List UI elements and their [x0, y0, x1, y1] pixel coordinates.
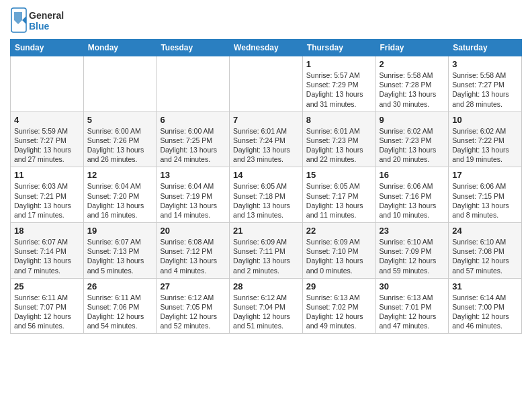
day-number: 9	[380, 115, 445, 125]
day-info: Sunrise: 6:09 AM Sunset: 7:11 PM Dayligh…	[233, 237, 299, 275]
day-cell: 3Sunrise: 5:58 AM Sunset: 7:27 PM Daylig…	[449, 56, 522, 112]
day-number: 26	[87, 281, 153, 291]
logo: General Blue	[10, 7, 74, 34]
day-number: 13	[160, 170, 226, 180]
days-row: SundayMondayTuesdayWednesdayThursdayFrid…	[11, 40, 522, 56]
day-cell: 29Sunrise: 6:13 AM Sunset: 7:02 PM Dayli…	[302, 278, 375, 334]
day-header-tuesday: Tuesday	[157, 40, 230, 56]
day-info: Sunrise: 5:59 AM Sunset: 7:27 PM Dayligh…	[14, 126, 80, 165]
svg-marker-3	[14, 12, 22, 24]
day-cell: 8Sunrise: 6:01 AM Sunset: 7:23 PM Daylig…	[302, 111, 375, 167]
logo-svg: General Blue	[10, 7, 74, 34]
day-header-friday: Friday	[375, 40, 449, 56]
calendar-body: 1Sunrise: 5:57 AM Sunset: 7:29 PM Daylig…	[11, 56, 522, 334]
day-info: Sunrise: 6:13 AM Sunset: 7:02 PM Dayligh…	[306, 293, 372, 331]
day-cell: 31Sunrise: 6:14 AM Sunset: 7:00 PM Dayli…	[449, 278, 522, 334]
svg-marker-4	[22, 16, 26, 24]
day-number: 23	[380, 226, 445, 236]
day-header-sunday: Sunday	[11, 40, 84, 56]
day-cell: 27Sunrise: 6:12 AM Sunset: 7:05 PM Dayli…	[157, 278, 230, 334]
day-number: 1	[306, 59, 372, 69]
day-cell: 11Sunrise: 6:03 AM Sunset: 7:21 PM Dayli…	[11, 167, 84, 223]
day-number: 8	[306, 115, 372, 125]
day-number: 17	[452, 170, 518, 180]
day-info: Sunrise: 6:01 AM Sunset: 7:24 PM Dayligh…	[233, 126, 299, 165]
day-cell: 5Sunrise: 6:00 AM Sunset: 7:26 PM Daylig…	[83, 111, 157, 167]
day-number: 7	[233, 115, 299, 125]
day-cell: 9Sunrise: 6:02 AM Sunset: 7:23 PM Daylig…	[375, 111, 449, 167]
day-info: Sunrise: 6:07 AM Sunset: 7:13 PM Dayligh…	[87, 237, 153, 275]
day-cell: 17Sunrise: 6:06 AM Sunset: 7:15 PM Dayli…	[449, 167, 522, 223]
day-header-monday: Monday	[83, 40, 157, 56]
page-header: General Blue	[10, 7, 522, 34]
day-info: Sunrise: 6:11 AM Sunset: 7:06 PM Dayligh…	[87, 293, 153, 331]
day-number: 5	[87, 115, 153, 125]
day-header-saturday: Saturday	[449, 40, 522, 56]
day-cell: 22Sunrise: 6:09 AM Sunset: 7:10 PM Dayli…	[302, 223, 375, 279]
day-cell: 19Sunrise: 6:07 AM Sunset: 7:13 PM Dayli…	[83, 223, 157, 279]
day-info: Sunrise: 5:58 AM Sunset: 7:28 PM Dayligh…	[380, 71, 445, 109]
day-cell: 13Sunrise: 6:04 AM Sunset: 7:19 PM Dayli…	[157, 167, 230, 223]
day-header-thursday: Thursday	[302, 40, 375, 56]
day-cell: 10Sunrise: 6:02 AM Sunset: 7:22 PM Dayli…	[449, 111, 522, 167]
day-number: 11	[14, 170, 80, 180]
week-row-3: 11Sunrise: 6:03 AM Sunset: 7:21 PM Dayli…	[11, 167, 522, 223]
day-info: Sunrise: 6:06 AM Sunset: 7:15 PM Dayligh…	[452, 181, 518, 220]
day-cell: 1Sunrise: 5:57 AM Sunset: 7:29 PM Daylig…	[302, 56, 375, 112]
svg-text:General: General	[29, 10, 64, 21]
day-cell: 15Sunrise: 6:05 AM Sunset: 7:17 PM Dayli…	[302, 167, 375, 223]
day-number: 24	[452, 226, 518, 236]
day-cell: 7Sunrise: 6:01 AM Sunset: 7:24 PM Daylig…	[230, 111, 303, 167]
svg-text:Blue: Blue	[29, 21, 50, 32]
day-number: 15	[306, 170, 372, 180]
day-info: Sunrise: 6:02 AM Sunset: 7:23 PM Dayligh…	[380, 126, 445, 165]
day-cell: 24Sunrise: 6:10 AM Sunset: 7:08 PM Dayli…	[449, 223, 522, 279]
day-info: Sunrise: 6:12 AM Sunset: 7:04 PM Dayligh…	[233, 293, 299, 331]
day-cell: 25Sunrise: 6:11 AM Sunset: 7:07 PM Dayli…	[11, 278, 84, 334]
day-number: 22	[306, 226, 372, 236]
day-number: 29	[306, 281, 372, 291]
day-cell: 23Sunrise: 6:10 AM Sunset: 7:09 PM Dayli…	[375, 223, 449, 279]
day-info: Sunrise: 6:05 AM Sunset: 7:17 PM Dayligh…	[306, 181, 372, 220]
day-info: Sunrise: 6:00 AM Sunset: 7:25 PM Dayligh…	[160, 126, 226, 165]
day-info: Sunrise: 6:00 AM Sunset: 7:26 PM Dayligh…	[87, 126, 153, 165]
calendar-table: SundayMondayTuesdayWednesdayThursdayFrid…	[10, 39, 522, 334]
day-info: Sunrise: 6:02 AM Sunset: 7:22 PM Dayligh…	[452, 126, 518, 165]
day-cell	[230, 56, 303, 112]
day-info: Sunrise: 6:03 AM Sunset: 7:21 PM Dayligh…	[14, 181, 80, 220]
day-cell: 20Sunrise: 6:08 AM Sunset: 7:12 PM Dayli…	[157, 223, 230, 279]
week-row-4: 18Sunrise: 6:07 AM Sunset: 7:14 PM Dayli…	[11, 223, 522, 279]
day-number: 2	[380, 59, 445, 69]
day-cell	[11, 56, 84, 112]
day-number: 27	[160, 281, 226, 291]
day-number: 31	[452, 281, 518, 291]
day-header-wednesday: Wednesday	[230, 40, 303, 56]
day-info: Sunrise: 6:04 AM Sunset: 7:20 PM Dayligh…	[87, 181, 153, 220]
day-number: 3	[452, 59, 518, 69]
day-cell: 6Sunrise: 6:00 AM Sunset: 7:25 PM Daylig…	[157, 111, 230, 167]
day-number: 19	[87, 226, 153, 236]
day-cell: 12Sunrise: 6:04 AM Sunset: 7:20 PM Dayli…	[83, 167, 157, 223]
day-number: 14	[233, 170, 299, 180]
day-number: 30	[380, 281, 445, 291]
day-info: Sunrise: 6:12 AM Sunset: 7:05 PM Dayligh…	[160, 293, 226, 331]
week-row-2: 4Sunrise: 5:59 AM Sunset: 7:27 PM Daylig…	[11, 111, 522, 167]
day-cell: 21Sunrise: 6:09 AM Sunset: 7:11 PM Dayli…	[230, 223, 303, 279]
day-cell: 16Sunrise: 6:06 AM Sunset: 7:16 PM Dayli…	[375, 167, 449, 223]
day-number: 6	[160, 115, 226, 125]
day-cell	[83, 56, 157, 112]
day-info: Sunrise: 6:10 AM Sunset: 7:09 PM Dayligh…	[380, 237, 445, 275]
day-number: 28	[233, 281, 299, 291]
day-number: 18	[14, 226, 80, 236]
day-number: 20	[160, 226, 226, 236]
day-cell: 18Sunrise: 6:07 AM Sunset: 7:14 PM Dayli…	[11, 223, 84, 279]
day-number: 16	[380, 170, 445, 180]
day-info: Sunrise: 6:06 AM Sunset: 7:16 PM Dayligh…	[380, 181, 445, 220]
day-info: Sunrise: 6:07 AM Sunset: 7:14 PM Dayligh…	[14, 237, 80, 275]
day-cell: 28Sunrise: 6:12 AM Sunset: 7:04 PM Dayli…	[230, 278, 303, 334]
day-info: Sunrise: 6:08 AM Sunset: 7:12 PM Dayligh…	[160, 237, 226, 275]
day-cell: 26Sunrise: 6:11 AM Sunset: 7:06 PM Dayli…	[83, 278, 157, 334]
day-info: Sunrise: 6:11 AM Sunset: 7:07 PM Dayligh…	[14, 293, 80, 331]
day-info: Sunrise: 6:01 AM Sunset: 7:23 PM Dayligh…	[306, 126, 372, 165]
day-number: 4	[14, 115, 80, 125]
